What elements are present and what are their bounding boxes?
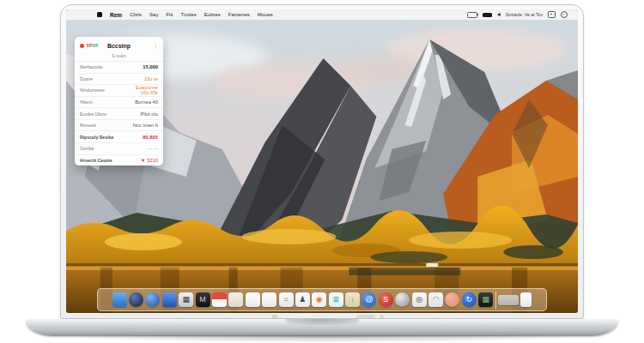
dock-icon-database[interactable]: [162, 292, 177, 307]
dock-icon-document-2[interactable]: [262, 292, 276, 307]
clock-status-text[interactable]: Sotracle. Ve at Tov: [506, 12, 543, 17]
lid-notch: [285, 319, 359, 325]
dock-icon-minimized-window[interactable]: [498, 295, 519, 305]
widget-rows: Merhaccole 15,000 Dcorte 13o te Nmdumesn…: [75, 62, 163, 165]
dock-icon-app-figure[interactable]: ♟: [295, 292, 310, 307]
dock-icon-photos-dark[interactable]: M: [196, 292, 210, 307]
dock-divider: [495, 292, 496, 309]
laptop-shadow: [60, 335, 584, 343]
widget-row-hitenn[interactable]: Hitenn Bornea 40: [75, 96, 163, 108]
widget-row-ripsculy[interactable]: Ripsculy Desibe 80.805: [75, 130, 163, 142]
menu-item-5[interactable]: Fantenes: [228, 12, 250, 17]
menu-bar: Rem Cbris Say Fis Tmdes Eubres Fantenes …: [66, 9, 578, 21]
widget-row-hroectti[interactable]: Hroectti Ceume ▼ 3210: [75, 154, 163, 166]
menu-item-4[interactable]: Eubres: [204, 12, 221, 17]
screen: Rem Cbris Say Fis Tmdes Eubres Fantenes …: [66, 9, 578, 313]
dock-icon-red-s-app[interactable]: S: [379, 292, 393, 307]
battery-outline-icon[interactable]: [467, 12, 477, 18]
widget-header: SPXR Bccsinp ⋮: [75, 37, 163, 51]
dock-icon-grey-sphere[interactable]: [395, 292, 410, 307]
laptop-base: [26, 319, 618, 336]
dock-icon-blue-swoosh[interactable]: ↻: [462, 292, 477, 307]
spotlight-icon[interactable]: [548, 11, 556, 18]
widget-subtitle: S ream: [75, 51, 163, 62]
widget-row-certibe[interactable]: Certibe · - · -: [75, 142, 163, 154]
laptop-lid: Rem Cbris Say Fis Tmdes Eubres Fantenes …: [60, 4, 584, 319]
dock-icon-trash[interactable]: [520, 292, 532, 307]
widget-row-eurdes[interactable]: Eurdes Ubcre Pilot cto: [75, 107, 163, 119]
menu-item-0[interactable]: Cbris: [130, 12, 142, 17]
widget-row-rinnesd[interactable]: Rinnesd Ncc tmen b: [75, 119, 163, 131]
widget-row-dcorte[interactable]: Dcorte 13o te: [75, 73, 163, 85]
app-menu-title[interactable]: Rem: [110, 12, 122, 18]
apple-menu-icon[interactable]: [97, 12, 102, 17]
menu-item-2[interactable]: Fis: [166, 12, 173, 17]
dock-icon-downloads-folder[interactable]: ↓: [345, 292, 360, 307]
dock-icon-peach-circle[interactable]: [445, 292, 459, 307]
dock-icon-teal-doc[interactable]: ≣: [329, 292, 343, 307]
dock-icon-at-blue[interactable]: @: [361, 292, 376, 307]
laptop-mockup: Rem Cbris Say Fis Tmdes Eubres Fantenes …: [0, 0, 644, 343]
dock-icon-text-edit[interactable]: ≡: [279, 292, 294, 307]
widget-row-merhaccole[interactable]: Merhaccole 15,000: [75, 62, 163, 73]
dock-icon-document[interactable]: [246, 292, 260, 307]
siri-icon[interactable]: [561, 11, 568, 18]
bezel-pill: [356, 315, 375, 318]
menu-item-1[interactable]: Say: [149, 12, 158, 17]
menu-item-3[interactable]: Tmdes: [180, 12, 196, 17]
dock-icon-finder[interactable]: [112, 292, 127, 307]
dock-icon-folder[interactable]: [228, 292, 243, 307]
dock-icon-dark-media-disc[interactable]: [129, 292, 143, 307]
dock-icon-blue-globe[interactable]: [145, 292, 160, 307]
menu-bar-status-area: Sotracle. Ve at Tov: [467, 11, 578, 18]
dock-icon-donut-app[interactable]: ◉: [312, 292, 326, 307]
dock-icon-dome-app[interactable]: ◠: [428, 292, 443, 307]
hinge-mark: ⊙: [380, 313, 384, 319]
dock-icon-calculator[interactable]: ▦: [179, 292, 193, 307]
dock: ▦ M ≡ ♟ ◉ ≣ ↓ @ S ◎ ◠ ↻ ▦: [97, 288, 547, 311]
battery-icon[interactable]: [483, 13, 492, 17]
dock-icon-mail[interactable]: [212, 292, 227, 307]
widget-title: Bccsinp: [75, 43, 163, 49]
menu-bar-left: Rem Cbris Say Fis Tmdes Eubres Fantenes …: [66, 12, 273, 18]
dock-icon-pixel-grid[interactable]: ▦: [478, 292, 493, 307]
stocks-widget-window: SPXR Bccsinp ⋮ S ream Merhaccole 15,000 …: [75, 37, 163, 165]
dock-icon-camera-app[interactable]: ◎: [412, 292, 427, 307]
menu-item-6[interactable]: Moues: [258, 12, 273, 17]
volume-icon[interactable]: [497, 13, 501, 16]
widget-row-nmdumesne[interactable]: Nmdumesne EuacconneUSo 65e: [75, 84, 163, 96]
